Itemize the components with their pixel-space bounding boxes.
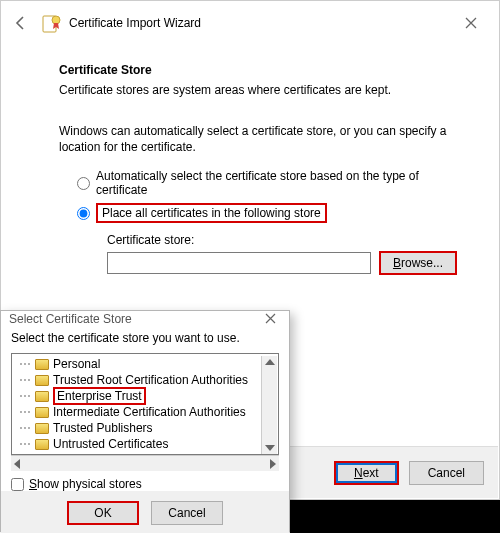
dialog-cancel-button[interactable]: Cancel — [151, 501, 223, 525]
store-row: Browse... — [107, 251, 457, 275]
dialog-buttons: OK Cancel — [1, 491, 289, 533]
select-store-dialog: Select Certificate Store Select the cert… — [0, 310, 290, 532]
dialog-body: Select the certificate store you want to… — [1, 327, 289, 491]
dialog-close-icon[interactable] — [259, 311, 281, 327]
dialog-ok-button[interactable]: OK — [67, 501, 139, 525]
tree-item-enterprise-trust[interactable]: ⋯Enterprise Trust — [15, 388, 261, 404]
folder-icon — [35, 439, 49, 450]
cancel-button[interactable]: Cancel — [409, 461, 484, 485]
store-label: Certificate store: — [107, 233, 457, 247]
tree-horizontal-scrollbar[interactable] — [11, 455, 279, 471]
section-desc: Certificate stores are system areas wher… — [59, 83, 457, 97]
folder-icon — [35, 423, 49, 434]
store-tree-list[interactable]: ⋯Personal ⋯Trusted Root Certification Au… — [13, 356, 261, 454]
close-icon[interactable] — [451, 13, 491, 33]
radio-place-all[interactable]: Place all certificates in the following … — [77, 203, 457, 223]
show-physical-stores[interactable]: Show physical stores — [11, 477, 279, 491]
tree-item-intermediate[interactable]: ⋯Intermediate Certification Authorities — [15, 404, 261, 420]
store-tree[interactable]: ⋯Personal ⋯Trusted Root Certification Au… — [11, 353, 279, 455]
wizard-header: Certificate Import Wizard — [1, 1, 499, 45]
radio-auto-input[interactable] — [77, 177, 90, 190]
show-physical-checkbox[interactable] — [11, 478, 24, 491]
next-button[interactable]: Next — [334, 461, 399, 485]
folder-icon — [35, 375, 49, 386]
wizard-lead: Windows can automatically select a certi… — [59, 123, 457, 155]
browse-button[interactable]: Browse... — [379, 251, 457, 275]
crop-black-strip — [290, 500, 500, 533]
tree-vertical-scrollbar[interactable] — [261, 356, 277, 454]
tree-item-trusted-publishers[interactable]: ⋯Trusted Publishers — [15, 420, 261, 436]
folder-icon — [35, 359, 49, 370]
back-arrow-icon[interactable] — [9, 11, 33, 35]
dialog-title: Select Certificate Store — [9, 312, 132, 326]
certificate-store-input[interactable] — [107, 252, 371, 274]
folder-icon — [35, 407, 49, 418]
tree-item-untrusted[interactable]: ⋯Untrusted Certificates — [15, 436, 261, 452]
wizard-title: Certificate Import Wizard — [69, 16, 201, 30]
radio-auto-label: Automatically select the certificate sto… — [96, 169, 457, 197]
tree-item-personal[interactable]: ⋯Personal — [15, 356, 261, 372]
folder-icon — [35, 391, 49, 402]
radio-place-label: Place all certificates in the following … — [96, 203, 327, 223]
tree-item-trusted-root[interactable]: ⋯Trusted Root Certification Authorities — [15, 372, 261, 388]
dialog-titlebar: Select Certificate Store — [1, 311, 289, 327]
radio-auto-select[interactable]: Automatically select the certificate sto… — [77, 169, 457, 197]
radio-place-input[interactable] — [77, 207, 90, 220]
svg-point-1 — [52, 16, 60, 24]
section-title: Certificate Store — [59, 63, 457, 77]
dialog-message: Select the certificate store you want to… — [11, 331, 279, 345]
show-physical-label: Show physical stores — [29, 477, 142, 491]
wizard-body: Certificate Store Certificate stores are… — [1, 45, 499, 275]
certificate-icon — [41, 12, 63, 34]
